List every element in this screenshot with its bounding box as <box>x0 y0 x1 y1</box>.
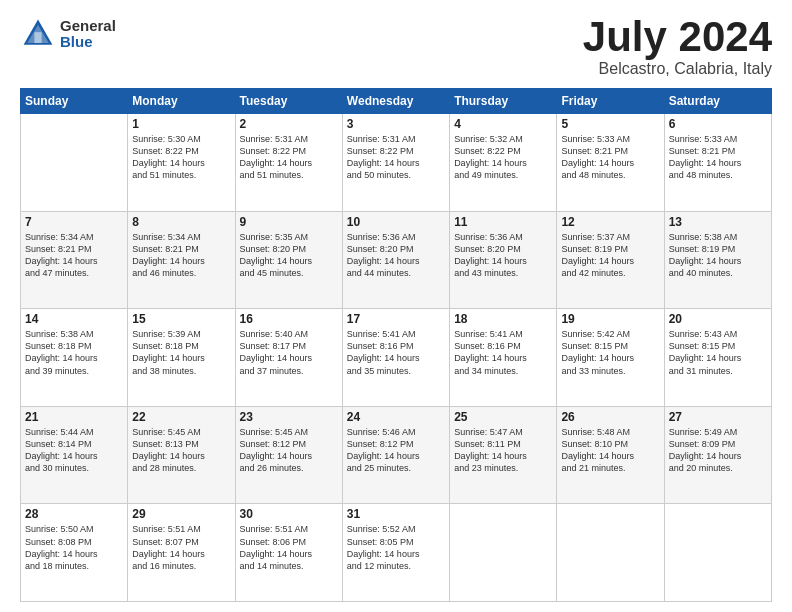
logo: General Blue <box>20 16 116 52</box>
day-info: Sunrise: 5:39 AM Sunset: 8:18 PM Dayligh… <box>132 328 230 377</box>
calendar-cell <box>450 504 557 602</box>
day-info: Sunrise: 5:43 AM Sunset: 8:15 PM Dayligh… <box>669 328 767 377</box>
calendar-cell: 25Sunrise: 5:47 AM Sunset: 8:11 PM Dayli… <box>450 406 557 504</box>
calendar: SundayMondayTuesdayWednesdayThursdayFrid… <box>20 88 772 602</box>
day-info: Sunrise: 5:38 AM Sunset: 8:19 PM Dayligh… <box>669 231 767 280</box>
day-info: Sunrise: 5:52 AM Sunset: 8:05 PM Dayligh… <box>347 523 445 572</box>
calendar-cell <box>21 114 128 212</box>
weekday-header: Wednesday <box>342 89 449 114</box>
day-number: 9 <box>240 215 338 229</box>
calendar-cell: 3Sunrise: 5:31 AM Sunset: 8:22 PM Daylig… <box>342 114 449 212</box>
day-number: 22 <box>132 410 230 424</box>
calendar-cell: 9Sunrise: 5:35 AM Sunset: 8:20 PM Daylig… <box>235 211 342 309</box>
weekday-header: Tuesday <box>235 89 342 114</box>
day-number: 13 <box>669 215 767 229</box>
day-info: Sunrise: 5:33 AM Sunset: 8:21 PM Dayligh… <box>669 133 767 182</box>
calendar-cell: 20Sunrise: 5:43 AM Sunset: 8:15 PM Dayli… <box>664 309 771 407</box>
day-number: 14 <box>25 312 123 326</box>
day-info: Sunrise: 5:41 AM Sunset: 8:16 PM Dayligh… <box>454 328 552 377</box>
day-number: 21 <box>25 410 123 424</box>
calendar-cell: 1Sunrise: 5:30 AM Sunset: 8:22 PM Daylig… <box>128 114 235 212</box>
calendar-cell <box>664 504 771 602</box>
calendar-cell: 7Sunrise: 5:34 AM Sunset: 8:21 PM Daylig… <box>21 211 128 309</box>
day-number: 27 <box>669 410 767 424</box>
calendar-week-row: 1Sunrise: 5:30 AM Sunset: 8:22 PM Daylig… <box>21 114 772 212</box>
calendar-cell: 10Sunrise: 5:36 AM Sunset: 8:20 PM Dayli… <box>342 211 449 309</box>
day-number: 25 <box>454 410 552 424</box>
logo-blue-text: Blue <box>60 34 116 51</box>
svg-rect-2 <box>34 32 41 43</box>
day-number: 26 <box>561 410 659 424</box>
day-info: Sunrise: 5:41 AM Sunset: 8:16 PM Dayligh… <box>347 328 445 377</box>
calendar-cell: 19Sunrise: 5:42 AM Sunset: 8:15 PM Dayli… <box>557 309 664 407</box>
day-number: 24 <box>347 410 445 424</box>
day-info: Sunrise: 5:51 AM Sunset: 8:07 PM Dayligh… <box>132 523 230 572</box>
calendar-cell: 29Sunrise: 5:51 AM Sunset: 8:07 PM Dayli… <box>128 504 235 602</box>
calendar-cell: 11Sunrise: 5:36 AM Sunset: 8:20 PM Dayli… <box>450 211 557 309</box>
day-info: Sunrise: 5:33 AM Sunset: 8:21 PM Dayligh… <box>561 133 659 182</box>
calendar-cell: 30Sunrise: 5:51 AM Sunset: 8:06 PM Dayli… <box>235 504 342 602</box>
day-info: Sunrise: 5:37 AM Sunset: 8:19 PM Dayligh… <box>561 231 659 280</box>
day-number: 20 <box>669 312 767 326</box>
calendar-body: 1Sunrise: 5:30 AM Sunset: 8:22 PM Daylig… <box>21 114 772 602</box>
calendar-header: SundayMondayTuesdayWednesdayThursdayFrid… <box>21 89 772 114</box>
day-info: Sunrise: 5:50 AM Sunset: 8:08 PM Dayligh… <box>25 523 123 572</box>
weekday-header: Thursday <box>450 89 557 114</box>
day-number: 15 <box>132 312 230 326</box>
day-number: 29 <box>132 507 230 521</box>
day-number: 12 <box>561 215 659 229</box>
day-info: Sunrise: 5:34 AM Sunset: 8:21 PM Dayligh… <box>132 231 230 280</box>
day-number: 16 <box>240 312 338 326</box>
calendar-cell: 23Sunrise: 5:45 AM Sunset: 8:12 PM Dayli… <box>235 406 342 504</box>
day-info: Sunrise: 5:46 AM Sunset: 8:12 PM Dayligh… <box>347 426 445 475</box>
logo-general-text: General <box>60 18 116 35</box>
day-number: 17 <box>347 312 445 326</box>
header: General Blue July 2024 Belcastro, Calabr… <box>20 16 772 78</box>
day-number: 2 <box>240 117 338 131</box>
day-info: Sunrise: 5:51 AM Sunset: 8:06 PM Dayligh… <box>240 523 338 572</box>
day-info: Sunrise: 5:32 AM Sunset: 8:22 PM Dayligh… <box>454 133 552 182</box>
calendar-cell: 12Sunrise: 5:37 AM Sunset: 8:19 PM Dayli… <box>557 211 664 309</box>
calendar-cell: 4Sunrise: 5:32 AM Sunset: 8:22 PM Daylig… <box>450 114 557 212</box>
day-number: 10 <box>347 215 445 229</box>
day-info: Sunrise: 5:36 AM Sunset: 8:20 PM Dayligh… <box>454 231 552 280</box>
day-info: Sunrise: 5:30 AM Sunset: 8:22 PM Dayligh… <box>132 133 230 182</box>
day-number: 23 <box>240 410 338 424</box>
calendar-cell: 22Sunrise: 5:45 AM Sunset: 8:13 PM Dayli… <box>128 406 235 504</box>
day-number: 31 <box>347 507 445 521</box>
day-number: 19 <box>561 312 659 326</box>
day-number: 28 <box>25 507 123 521</box>
day-number: 18 <box>454 312 552 326</box>
calendar-cell: 26Sunrise: 5:48 AM Sunset: 8:10 PM Dayli… <box>557 406 664 504</box>
day-info: Sunrise: 5:48 AM Sunset: 8:10 PM Dayligh… <box>561 426 659 475</box>
day-info: Sunrise: 5:38 AM Sunset: 8:18 PM Dayligh… <box>25 328 123 377</box>
day-info: Sunrise: 5:31 AM Sunset: 8:22 PM Dayligh… <box>240 133 338 182</box>
day-number: 30 <box>240 507 338 521</box>
calendar-cell: 28Sunrise: 5:50 AM Sunset: 8:08 PM Dayli… <box>21 504 128 602</box>
calendar-cell: 14Sunrise: 5:38 AM Sunset: 8:18 PM Dayli… <box>21 309 128 407</box>
day-number: 5 <box>561 117 659 131</box>
day-info: Sunrise: 5:35 AM Sunset: 8:20 PM Dayligh… <box>240 231 338 280</box>
page: General Blue July 2024 Belcastro, Calabr… <box>0 0 792 612</box>
day-number: 1 <box>132 117 230 131</box>
calendar-cell: 21Sunrise: 5:44 AM Sunset: 8:14 PM Dayli… <box>21 406 128 504</box>
logo-icon <box>20 16 56 52</box>
title-section: July 2024 Belcastro, Calabria, Italy <box>583 16 772 78</box>
logo-text: General Blue <box>60 18 116 51</box>
month-title: July 2024 <box>583 16 772 58</box>
calendar-week-row: 14Sunrise: 5:38 AM Sunset: 8:18 PM Dayli… <box>21 309 772 407</box>
calendar-week-row: 28Sunrise: 5:50 AM Sunset: 8:08 PM Dayli… <box>21 504 772 602</box>
weekday-header: Saturday <box>664 89 771 114</box>
day-number: 6 <box>669 117 767 131</box>
calendar-cell: 17Sunrise: 5:41 AM Sunset: 8:16 PM Dayli… <box>342 309 449 407</box>
day-info: Sunrise: 5:40 AM Sunset: 8:17 PM Dayligh… <box>240 328 338 377</box>
calendar-cell: 24Sunrise: 5:46 AM Sunset: 8:12 PM Dayli… <box>342 406 449 504</box>
day-number: 3 <box>347 117 445 131</box>
calendar-cell: 8Sunrise: 5:34 AM Sunset: 8:21 PM Daylig… <box>128 211 235 309</box>
calendar-cell: 13Sunrise: 5:38 AM Sunset: 8:19 PM Dayli… <box>664 211 771 309</box>
calendar-cell: 31Sunrise: 5:52 AM Sunset: 8:05 PM Dayli… <box>342 504 449 602</box>
location: Belcastro, Calabria, Italy <box>583 60 772 78</box>
day-number: 4 <box>454 117 552 131</box>
calendar-cell: 5Sunrise: 5:33 AM Sunset: 8:21 PM Daylig… <box>557 114 664 212</box>
calendar-cell: 6Sunrise: 5:33 AM Sunset: 8:21 PM Daylig… <box>664 114 771 212</box>
